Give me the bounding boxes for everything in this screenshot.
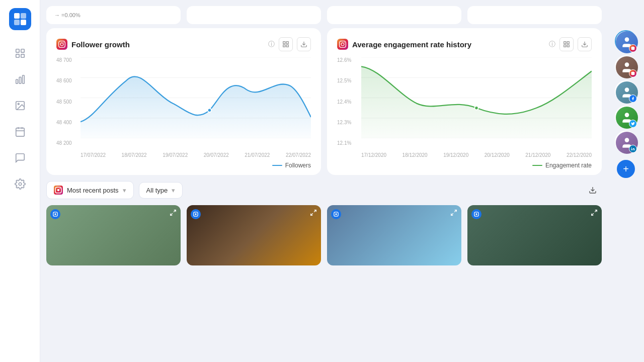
- stat-card-4: [467, 6, 602, 24]
- posts-filter-bar: Most recent posts ▾ All type ▾: [46, 181, 602, 199]
- post-card-1[interactable]: [46, 205, 181, 265]
- sidebar-item-schedule[interactable]: [9, 121, 31, 143]
- svg-point-64: [625, 62, 629, 67]
- engagement-y-axis: 12.6% 12.5% 12.4% 12.3% 12.1%: [337, 57, 351, 146]
- svg-point-67: [625, 87, 629, 92]
- type-filter[interactable]: All type ▾: [139, 182, 183, 199]
- engagement-rate-title: Average engagement rate history: [352, 40, 545, 49]
- follower-growth-download[interactable]: [297, 37, 311, 51]
- sidebar-item-settings[interactable]: [9, 173, 31, 195]
- sidebar-item-messages[interactable]: [9, 147, 31, 169]
- right-panel: +: [608, 0, 644, 362]
- follower-svg: [80, 57, 311, 138]
- filter-instagram-icon: [54, 186, 63, 195]
- stat-change-1: → =0.00%: [54, 12, 80, 18]
- stat-card-3: [327, 6, 461, 24]
- eng-y-3: 12.3%: [337, 120, 351, 125]
- y-label-1: 48 600: [56, 78, 72, 83]
- post-card-4[interactable]: [467, 205, 602, 265]
- add-account-button[interactable]: +: [617, 160, 635, 178]
- svg-point-63: [633, 47, 634, 48]
- main-content: → =0.00% Follower growth ⓘ: [40, 0, 608, 362]
- type-filter-label: All type: [146, 187, 168, 194]
- follower-growth-expand[interactable]: [279, 37, 293, 51]
- svg-rect-10: [22, 75, 24, 84]
- eng-y-4: 12.1%: [337, 140, 351, 146]
- svg-rect-6: [16, 54, 19, 57]
- stat-card-1: → =0.00%: [46, 6, 181, 24]
- follower-legend-label: Followers: [285, 162, 311, 169]
- svg-rect-4: [16, 49, 19, 52]
- avatar-5-network-badge: [629, 145, 637, 153]
- svg-rect-18: [283, 42, 285, 44]
- engagement-rate-info[interactable]: ⓘ: [549, 40, 555, 49]
- most-recent-filter[interactable]: Most recent posts ▾: [46, 181, 134, 199]
- svg-point-69: [625, 138, 629, 142]
- svg-point-40: [57, 189, 60, 192]
- sidebar: [0, 0, 40, 362]
- post-1-action[interactable]: [170, 209, 177, 218]
- post-2-badge: [191, 209, 201, 219]
- svg-rect-5: [21, 49, 24, 52]
- svg-rect-7: [21, 54, 24, 57]
- add-icon: +: [623, 163, 629, 175]
- follower-growth-chart: 48 700 48 600 48 500 48 400 48 200: [56, 57, 311, 158]
- engagement-x-axis: 17/12/2020 18/12/2020 19/12/2020 20/12/2…: [361, 152, 592, 158]
- engagement-rate-expand[interactable]: [559, 37, 574, 51]
- follower-growth-header: Follower growth ⓘ: [56, 37, 311, 51]
- app-logo[interactable]: [9, 8, 31, 30]
- avatar-4-network-badge: [629, 120, 637, 128]
- svg-rect-30: [567, 42, 569, 44]
- follower-growth-card: Follower growth ⓘ 48 700: [46, 28, 321, 175]
- eng-y-0: 12.6%: [337, 57, 351, 63]
- post-3-action[interactable]: [450, 209, 457, 218]
- follower-y-axis: 48 700 48 600 48 500 48 400 48 200: [56, 57, 72, 146]
- svg-rect-1: [21, 13, 26, 19]
- svg-rect-19: [286, 42, 288, 44]
- sidebar-item-analytics[interactable]: [9, 68, 31, 90]
- avatar-item-3[interactable]: [615, 80, 637, 103]
- svg-point-42: [59, 188, 60, 189]
- follower-legend: Followers: [56, 162, 311, 169]
- svg-rect-20: [283, 45, 285, 47]
- post-card-3[interactable]: [327, 205, 461, 265]
- post-2-action[interactable]: [310, 209, 317, 218]
- instagram-icon-engagement: [337, 39, 348, 50]
- sidebar-item-media[interactable]: [9, 95, 31, 117]
- follower-growth-info[interactable]: ⓘ: [268, 40, 275, 49]
- avatar-1-network-badge: [629, 44, 637, 52]
- recent-posts-label: Most recent posts: [67, 187, 119, 194]
- avatar-item-4[interactable]: [615, 106, 637, 128]
- posts-grid: [46, 205, 602, 265]
- avatar-3-network-badge: [629, 95, 637, 103]
- avatar-2-network-badge: [629, 69, 637, 77]
- y-label-3: 48 400: [56, 120, 72, 125]
- svg-point-60: [625, 37, 629, 42]
- svg-point-52: [335, 213, 337, 215]
- stats-bar: → =0.00%: [46, 0, 602, 28]
- svg-rect-9: [19, 77, 21, 83]
- svg-rect-29: [564, 42, 566, 44]
- engagement-svg: [361, 57, 592, 138]
- instagram-icon-follower: [56, 39, 67, 50]
- post-1-badge: [50, 209, 60, 219]
- avatar-item-1[interactable]: [615, 30, 637, 52]
- follower-legend-line: [272, 165, 282, 166]
- svg-point-70: [631, 147, 632, 148]
- svg-rect-8: [16, 79, 18, 83]
- post-4-action[interactable]: [591, 209, 598, 218]
- svg-rect-2: [14, 20, 20, 25]
- svg-point-12: [18, 103, 19, 105]
- recent-posts-arrow: ▾: [123, 187, 126, 194]
- svg-point-56: [475, 213, 477, 215]
- engagement-rate-header: Average engagement rate history ⓘ: [337, 37, 592, 51]
- avatar-item-5[interactable]: [615, 131, 637, 153]
- avatar-item-2[interactable]: [615, 55, 637, 77]
- posts-download-button[interactable]: [584, 181, 602, 199]
- svg-point-39: [474, 106, 478, 110]
- y-label-4: 48 200: [56, 140, 72, 146]
- sidebar-item-grid[interactable]: [9, 42, 31, 64]
- svg-point-44: [54, 213, 56, 215]
- post-card-2[interactable]: [187, 205, 321, 265]
- engagement-rate-download[interactable]: [578, 37, 592, 51]
